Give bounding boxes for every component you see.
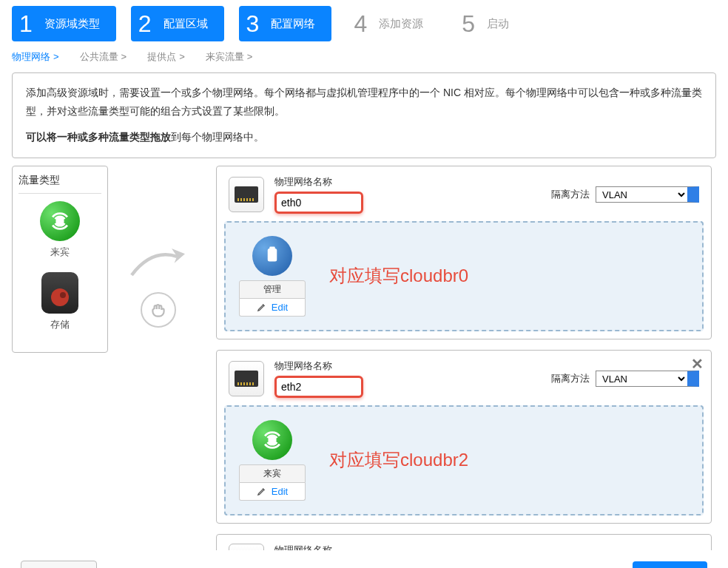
step-label: 配置区域 bbox=[164, 17, 208, 31]
step-2[interactable]: 2 配置区域 bbox=[131, 6, 224, 41]
step-num: 5 bbox=[462, 12, 475, 36]
network-card-header: 物理网络名称 隔离方法 VLAN bbox=[217, 351, 711, 398]
step-label: 启动 bbox=[487, 17, 509, 31]
step-num: 4 bbox=[354, 12, 367, 36]
guest-traffic-icon bbox=[252, 420, 292, 460]
annotation-text: 对应填写cloudbr0 bbox=[329, 264, 468, 288]
traffic-item-guest[interactable]: 来宾 bbox=[18, 201, 101, 259]
nic-icon bbox=[229, 361, 264, 396]
drag-hint bbox=[114, 240, 203, 328]
assigned-traffic-guest[interactable]: 来宾 Edit bbox=[239, 420, 306, 501]
network-card: 物理网络名称 隔离方法 VLAN 管理 bbox=[216, 166, 712, 339]
edit-label: Edit bbox=[272, 486, 288, 497]
subtab-label: 来宾流量 bbox=[206, 51, 244, 62]
guest-traffic-icon bbox=[40, 201, 80, 241]
network-name-input[interactable] bbox=[274, 192, 363, 214]
network-name-input[interactable] bbox=[274, 376, 363, 398]
subtab-pod[interactable]: 提供点> bbox=[147, 50, 185, 64]
subtab-label: 提供点 bbox=[147, 51, 176, 62]
pencil-icon bbox=[257, 302, 267, 312]
subtab-label: 物理网络 bbox=[12, 51, 50, 62]
sidebar: 流量类型 来宾 存储 bbox=[12, 166, 204, 353]
chevron-right-icon: > bbox=[121, 51, 127, 62]
edit-button[interactable]: Edit bbox=[239, 299, 306, 317]
cancel-button[interactable]: 取消 bbox=[554, 561, 618, 568]
description-text-1: 添加高级资源域时，需要设置一个或多个物理网络。每个网络都与虚拟机管理程序中的一个… bbox=[26, 84, 702, 121]
step-1[interactable]: 1 资源域类型 bbox=[12, 6, 116, 41]
isolation-label: 隔离方法 bbox=[551, 372, 590, 385]
network-name-label: 物理网络名称 bbox=[274, 359, 467, 373]
step-label: 资源域类型 bbox=[44, 17, 100, 31]
storage-traffic-icon bbox=[41, 272, 78, 314]
traffic-item-storage[interactable]: 存储 bbox=[18, 272, 101, 331]
description-tail: 到每个物理网络中。 bbox=[171, 131, 264, 143]
assigned-label: 来宾 bbox=[239, 464, 306, 483]
network-card-header: 物理网络名称 隔离方法 VLAN bbox=[217, 166, 711, 214]
network-card: 物理网络名称 隔离方法 VLAN bbox=[216, 534, 712, 550]
edit-button[interactable]: Edit bbox=[239, 483, 306, 501]
network-name-label: 物理网络名称 bbox=[274, 175, 467, 189]
description-bold: 可以将一种或多种流量类型拖放 bbox=[26, 131, 171, 143]
drag-arrow-icon bbox=[125, 240, 192, 284]
step-label: 配置网络 bbox=[271, 17, 315, 31]
traffic-type-panel: 流量类型 来宾 存储 bbox=[12, 166, 108, 353]
network-drop-zone[interactable]: 管理 Edit 对应填写cloudbr0 bbox=[224, 221, 704, 331]
svg-point-3 bbox=[269, 436, 276, 443]
prev-button[interactable]: 上一步 bbox=[21, 561, 97, 568]
network-card: ✕ 物理网络名称 隔离方法 VLAN bbox=[216, 350, 712, 524]
isolation-label: 隔离方法 bbox=[551, 188, 590, 201]
subtab-public[interactable]: 公共流量> bbox=[80, 50, 127, 64]
network-list[interactable]: 物理网络名称 隔离方法 VLAN 管理 bbox=[216, 166, 716, 550]
nic-icon bbox=[229, 544, 264, 550]
traffic-label: 来宾 bbox=[18, 246, 101, 259]
step-num: 1 bbox=[19, 12, 33, 36]
network-card-header: 物理网络名称 隔离方法 VLAN bbox=[217, 535, 711, 550]
step-5[interactable]: 5 启动 bbox=[454, 6, 525, 41]
isolation-select[interactable]: VLAN bbox=[596, 186, 699, 203]
subtabs: 物理网络> 公共流量> 提供点> 来宾流量> bbox=[0, 47, 728, 70]
nic-icon bbox=[229, 177, 264, 212]
traffic-title: 流量类型 bbox=[18, 174, 101, 194]
svg-point-0 bbox=[57, 217, 64, 224]
assigned-label: 管理 bbox=[239, 280, 306, 299]
svg-rect-1 bbox=[268, 248, 277, 262]
wizard-steps: 1 资源域类型 2 配置区域 3 配置网络 4 添加资源 5 启动 bbox=[0, 0, 728, 47]
footer: 上一步 取消 下一步 bbox=[0, 550, 728, 568]
step-num: 3 bbox=[246, 12, 260, 36]
assigned-traffic-mgmt[interactable]: 管理 Edit bbox=[239, 236, 306, 317]
network-drop-zone[interactable]: 来宾 Edit 对应填写cloudbr2 bbox=[224, 405, 704, 515]
step-label: 添加资源 bbox=[379, 17, 423, 31]
subtab-guest[interactable]: 来宾流量> bbox=[206, 50, 253, 64]
isolation-select[interactable]: VLAN bbox=[596, 371, 699, 387]
edit-label: Edit bbox=[272, 302, 288, 313]
subtab-physical[interactable]: 物理网络> bbox=[12, 50, 59, 64]
close-icon[interactable]: ✕ bbox=[691, 355, 704, 373]
subtab-label: 公共流量 bbox=[80, 51, 118, 62]
traffic-label: 存储 bbox=[18, 318, 101, 331]
chevron-right-icon: > bbox=[53, 51, 59, 62]
description-panel: 添加高级资源域时，需要设置一个或多个物理网络。每个网络都与虚拟机管理程序中的一个… bbox=[12, 72, 716, 158]
step-num: 2 bbox=[138, 12, 152, 36]
network-name-label: 物理网络名称 bbox=[274, 544, 467, 550]
main-layout: 流量类型 来宾 存储 bbox=[12, 166, 716, 550]
pencil-icon bbox=[257, 486, 267, 496]
chevron-right-icon: > bbox=[179, 51, 185, 62]
step-3[interactable]: 3 配置网络 bbox=[239, 6, 332, 41]
grab-cursor-icon bbox=[141, 292, 176, 328]
annotation-text: 对应填写cloudbr2 bbox=[329, 448, 468, 472]
management-traffic-icon bbox=[252, 236, 292, 276]
description-text-2: 可以将一种或多种流量类型拖放到每个物理网络中。 bbox=[26, 128, 702, 146]
step-4[interactable]: 4 添加资源 bbox=[346, 6, 439, 41]
chevron-right-icon: > bbox=[247, 51, 253, 62]
next-button[interactable]: 下一步 bbox=[633, 561, 707, 568]
svg-rect-2 bbox=[269, 246, 275, 249]
